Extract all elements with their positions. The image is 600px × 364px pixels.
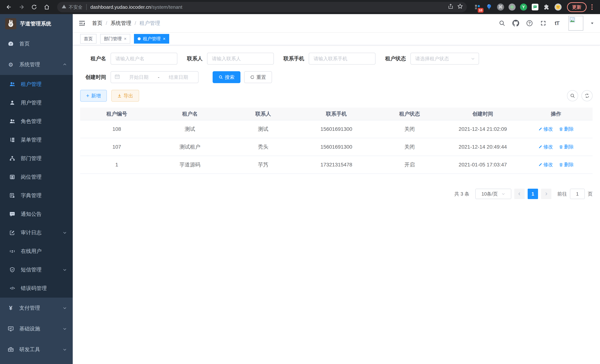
table-cell: 芋艿	[226, 156, 300, 174]
page-number-button[interactable]: 1	[528, 189, 538, 199]
tab-tenant[interactable]: 租户管理×	[134, 34, 169, 44]
calendar-icon	[115, 74, 120, 81]
sidebar-item-role[interactable]: 角色管理	[0, 112, 73, 131]
edit-link[interactable]: 修改	[538, 144, 553, 150]
sidebar-item-notice[interactable]: 通知公告	[0, 205, 73, 223]
table-cell: 秃头	[226, 138, 300, 156]
home-icon[interactable]	[42, 2, 52, 12]
tab-dept[interactable]: 部门管理×	[100, 34, 130, 44]
balloon-extension-icon[interactable]	[485, 3, 493, 11]
sidebar-item-errorcode[interactable]: </> 错误码管理	[0, 279, 73, 298]
next-page-button[interactable]	[541, 189, 551, 199]
green-y-extension-icon[interactable]: Y	[519, 3, 528, 11]
recorder-extension-icon[interactable]	[508, 3, 516, 11]
emoji-avatar-icon[interactable]	[554, 3, 562, 11]
address-bar[interactable]: 不安全 dashboard.yudao.iocoder.cn/system/te…	[57, 2, 467, 12]
table-cell: 关闭	[373, 120, 446, 138]
sidebar-item-home[interactable]: 首页	[0, 33, 73, 54]
text-size-icon[interactable]: tT	[553, 19, 561, 27]
chevron-down-icon	[63, 347, 67, 352]
avatar[interactable]	[568, 16, 583, 31]
sidebar-item-system[interactable]: ⚙ 系统管理	[0, 54, 73, 75]
range-separator: -	[158, 75, 159, 80]
fullscreen-icon[interactable]	[540, 19, 547, 27]
table-row: 107 测试租户 秃头 15601691300 关闭 2021-12-14 20…	[80, 138, 593, 156]
table-header-row: 租户编号 租户名 联系人 联系手机 租户状态 创建时间 操作	[80, 108, 593, 120]
prev-page-button[interactable]	[514, 189, 525, 199]
edit-link[interactable]: 修改	[538, 161, 553, 168]
sidebar-item-tenant[interactable]: 租户管理	[0, 75, 73, 93]
close-icon[interactable]: ×	[163, 37, 166, 41]
contact-input[interactable]	[207, 53, 274, 65]
goto-page-input[interactable]	[570, 189, 585, 199]
sidebar-item-label: 系统管理	[19, 61, 40, 68]
delete-link[interactable]: 删除	[559, 144, 574, 150]
browser-toolbar: 不安全 dashboard.yudao.iocoder.cn/system/te…	[0, 0, 600, 14]
tenant-table: 租户编号 租户名 联系人 联系手机 租户状态 创建时间 操作 108 测试	[80, 108, 593, 174]
sidebar-item-label: 用户管理	[21, 99, 42, 106]
sidebar-item-infra[interactable]: 基础设施	[0, 318, 73, 339]
forward-icon[interactable]	[16, 2, 27, 12]
close-icon[interactable]: ×	[124, 37, 127, 41]
tenant-users-icon	[9, 81, 16, 87]
sidebar-item-label: 角色管理	[21, 118, 42, 125]
create-time-range-picker[interactable]: 开始日期 - 结束日期	[111, 71, 198, 83]
mobile-input[interactable]	[309, 53, 375, 65]
app-logo[interactable]: 芋道管理系统	[0, 16, 73, 32]
security-chip[interactable]: 不安全	[62, 4, 83, 10]
total-count: 共 3 条	[454, 191, 469, 197]
export-button[interactable]: 导出	[111, 90, 139, 102]
sidebar-item-post[interactable]: 岗位管理	[0, 168, 73, 186]
puzzle-extensions-icon[interactable]	[543, 3, 551, 11]
edit-link[interactable]: 修改	[538, 126, 553, 132]
contact-label: 联系人	[187, 55, 203, 62]
share-icon[interactable]	[448, 3, 453, 10]
breadcrumb-home[interactable]: 首页	[92, 20, 103, 27]
table-cell: 修改 删除	[519, 120, 593, 138]
search-button[interactable]: 搜索	[213, 71, 240, 83]
search-icon[interactable]	[498, 19, 506, 27]
extension-grid-icon[interactable]: 10	[473, 3, 482, 11]
sidebar-item-label: 首页	[19, 40, 30, 47]
divider	[86, 4, 87, 10]
sidebar-item-menu[interactable]: 菜单管理	[0, 131, 73, 149]
table-cell: 2021-12-14 20:49:44	[446, 138, 519, 156]
bookmark-star-icon[interactable]	[457, 3, 463, 11]
sidebar-item-label: 错误码管理	[21, 285, 47, 292]
show-search-button[interactable]	[567, 90, 578, 101]
delete-link[interactable]: 删除	[559, 126, 574, 132]
page-size-select[interactable]: 10条/页	[475, 189, 511, 199]
back-icon[interactable]	[4, 2, 14, 12]
tab-home[interactable]: 首页	[80, 34, 96, 44]
table-row: 1 芋道源码 芋艿 17321315478 开启 2021-01-05 17:0…	[80, 156, 593, 174]
browser-menu-icon[interactable]	[590, 4, 595, 10]
sidebar-item-label: 通知公告	[21, 211, 42, 218]
table-row: 108 测试 测试 15601691300 关闭 2021-12-14 21:0…	[80, 120, 593, 138]
sidebar-fold-icon[interactable]	[78, 19, 86, 27]
sidebar-item-audit-log[interactable]: 审计日志	[0, 223, 73, 242]
add-button[interactable]: + 新增	[80, 90, 107, 102]
sidebar-item-sms[interactable]: 短信管理	[0, 261, 73, 279]
table-cell: 107	[80, 138, 153, 156]
sidebar-item-devtools[interactable]: 研发工具	[0, 339, 73, 360]
reload-icon[interactable]	[29, 2, 39, 12]
command-extension-icon[interactable]: ⌘	[497, 3, 505, 11]
delete-link[interactable]: 删除	[559, 161, 574, 168]
reset-button[interactable]: 重置	[244, 71, 272, 83]
app-title: 芋道管理系统	[20, 20, 51, 27]
sidebar-item-dept[interactable]: 部门管理	[0, 149, 73, 168]
breadcrumb-system[interactable]: 系统管理	[111, 20, 131, 27]
sidebar-item-online-users[interactable]: 在线用户	[0, 242, 73, 261]
breadcrumb: 首页 / 系统管理 / 租户管理	[92, 20, 160, 27]
avatar-caret-icon[interactable]	[590, 21, 594, 25]
chat-extension-icon[interactable]	[531, 3, 539, 11]
github-icon[interactable]	[512, 19, 519, 27]
tenant-name-input[interactable]	[111, 53, 177, 65]
sidebar-item-dict[interactable]: 字典管理	[0, 186, 73, 205]
help-icon[interactable]: ?	[526, 19, 533, 27]
sidebar-item-user[interactable]: 用户管理	[0, 93, 73, 112]
update-button[interactable]: 更新	[567, 2, 587, 12]
status-select[interactable]: 请选择租户状态	[410, 53, 479, 65]
sidebar-item-pay[interactable]: ¥ 支付管理	[0, 298, 73, 318]
refresh-button[interactable]	[581, 90, 593, 101]
